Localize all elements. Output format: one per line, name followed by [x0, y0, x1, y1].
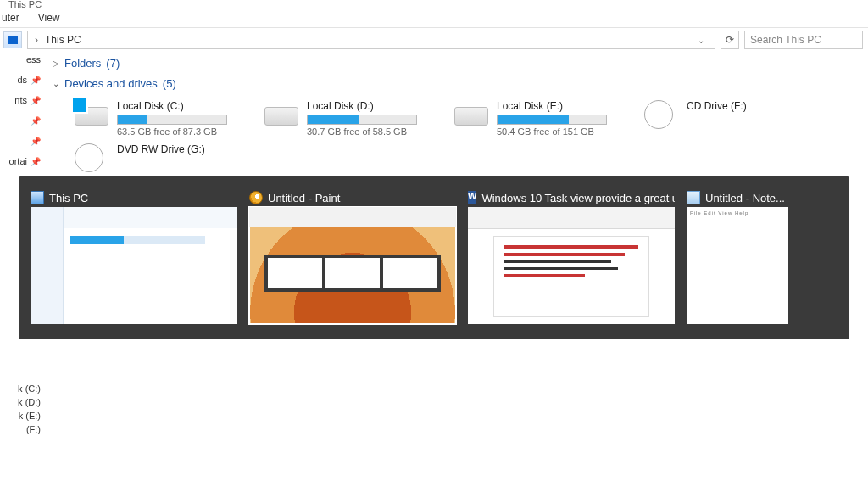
drive-free-text: 50.4 GB free of 151 GB: [497, 126, 607, 137]
pin-icon: 📌: [31, 137, 41, 146]
task-view-overlay: This PCUntitled - PaintWWindows 10 Task …: [19, 176, 849, 339]
task-view-title: Windows 10 Task view provide a great use…: [481, 192, 675, 204]
paint-icon: [249, 191, 263, 204]
chevron-right-icon: [33, 34, 40, 46]
task-view-window[interactable]: This PC: [31, 188, 237, 324]
task-view-window[interactable]: Untitled - Paint: [249, 188, 456, 324]
drive-label: Local Disk (C:): [117, 100, 227, 112]
pin-icon: 📌: [31, 96, 41, 105]
note-icon: [687, 191, 700, 204]
drive-item[interactable]: Local Disk (D:)30.7 GB free of 58.5 GB: [264, 100, 442, 137]
task-view-thumbnail[interactable]: File Edit View Help: [687, 207, 788, 324]
task-view-title: This PC: [49, 192, 88, 204]
this-pc-icon[interactable]: [3, 31, 22, 48]
drive-free-text: 30.7 GB free of 58.5 GB: [307, 126, 417, 137]
breadcrumb-dropdown-icon[interactable]: ⌄: [693, 36, 709, 45]
ribbon-tab-computer[interactable]: uter: [2, 12, 19, 24]
storage-bar: [497, 115, 607, 125]
window-title: This PC: [0, 0, 868, 8]
section-label: Folders: [64, 57, 101, 70]
devices-section-header[interactable]: ⌄ Devices and drives (5): [44, 73, 868, 93]
task-view-thumbnail[interactable]: [31, 207, 237, 324]
pin-icon: 📌: [31, 157, 41, 166]
nav-item[interactable]: ortai📌: [0, 154, 44, 168]
breadcrumb[interactable]: This PC ⌄: [27, 31, 715, 49]
pin-icon: 📌: [31, 116, 41, 126]
nav-item[interactable]: 📌: [0, 134, 44, 148]
drive-label: Local Disk (D:): [307, 100, 417, 112]
task-view-title: Untitled - Note...: [705, 192, 785, 204]
disc-icon: [75, 143, 103, 172]
storage-bar: [307, 115, 417, 125]
search-input[interactable]: Search This PC: [744, 31, 863, 49]
drive-item[interactable]: DVD RW Drive (G:): [75, 143, 253, 174]
drive-label: Local Disk (E:): [497, 100, 607, 112]
drive-label: DVD RW Drive (G:): [117, 143, 205, 155]
drive-icon: [75, 107, 108, 126]
section-count: (7): [106, 57, 120, 70]
task-view-window[interactable]: WWindows 10 Task view provide a great us…: [468, 188, 675, 324]
task-view-thumbnail[interactable]: [249, 207, 456, 324]
drive-item[interactable]: CD Drive (F:): [644, 100, 822, 137]
breadcrumb-current: This PC: [45, 34, 81, 46]
drive-item[interactable]: Local Disk (E:)50.4 GB free of 151 GB: [454, 100, 632, 137]
chevron-down-icon: ⌄: [53, 79, 59, 88]
content-pane: ▷ Folders (7) ⌄ Devices and drives (5) L…: [44, 53, 868, 181]
nav-item[interactable]: ds📌: [0, 73, 44, 87]
nav-item[interactable]: k (D:): [0, 397, 44, 407]
word-icon: W: [468, 191, 476, 204]
drive-icon: [454, 107, 488, 126]
drive-item[interactable]: Local Disk (C:)63.5 GB free of 87.3 GB: [75, 100, 253, 137]
drive-label: CD Drive (F:): [687, 100, 747, 112]
nav-item[interactable]: k (C:): [0, 383, 44, 394]
folders-section-header[interactable]: ▷ Folders (7): [44, 53, 868, 73]
section-label: Devices and drives: [64, 77, 158, 90]
section-count: (5): [163, 77, 176, 90]
ribbon-tab-view[interactable]: View: [38, 12, 60, 24]
storage-bar: [117, 115, 227, 125]
refresh-button[interactable]: ⟳: [721, 31, 739, 49]
pin-icon: 📌: [31, 76, 41, 85]
pc-icon: [31, 191, 44, 204]
drive-icon: [264, 107, 298, 126]
nav-item[interactable]: (F:): [0, 424, 44, 434]
nav-item[interactable]: ess: [0, 53, 44, 66]
task-view-window[interactable]: Untitled - Note...File Edit View Help: [687, 188, 788, 324]
address-bar-row: This PC ⌄ ⟳ Search This PC: [0, 28, 868, 52]
chevron-right-icon: ▷: [53, 59, 59, 68]
nav-item[interactable]: nts📌: [0, 93, 44, 107]
task-view-title: Untitled - Paint: [268, 192, 340, 204]
drive-free-text: 63.5 GB free of 87.3 GB: [117, 126, 227, 137]
ribbon-tabs: uter View: [0, 8, 868, 28]
task-view-thumbnail[interactable]: [468, 207, 675, 324]
nav-item[interactable]: 📌: [0, 114, 44, 127]
nav-item[interactable]: k (E:): [0, 411, 44, 421]
disc-icon: [644, 100, 673, 129]
